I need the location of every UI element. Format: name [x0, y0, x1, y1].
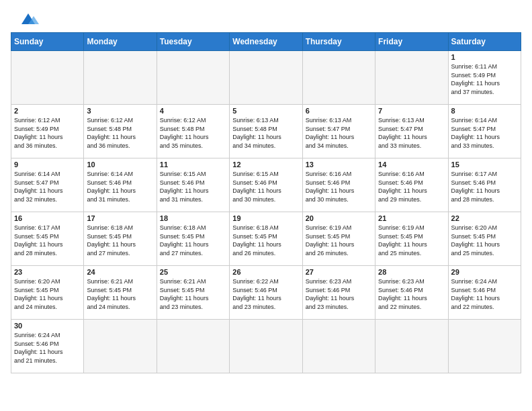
calendar-cell: 27Sunrise: 6:23 AM Sunset: 5:46 PM Dayli…: [302, 266, 375, 320]
calendar-cell: [302, 51, 375, 105]
calendar-cell: 2Sunrise: 6:12 AM Sunset: 5:49 PM Daylig…: [11, 105, 84, 158]
calendar-cell: 19Sunrise: 6:18 AM Sunset: 5:45 PM Dayli…: [230, 212, 302, 266]
day-info: Sunrise: 6:23 AM Sunset: 5:46 PM Dayligh…: [306, 277, 372, 311]
day-info: Sunrise: 6:17 AM Sunset: 5:46 PM Dayligh…: [451, 170, 518, 203]
calendar-cell: [157, 51, 229, 105]
calendar-cell: 4Sunrise: 6:12 AM Sunset: 5:48 PM Daylig…: [157, 105, 229, 158]
week-row-5: 23Sunrise: 6:20 AM Sunset: 5:45 PM Dayli…: [11, 266, 521, 320]
weekday-header-sunday: Sunday: [11, 33, 84, 51]
day-info: Sunrise: 6:24 AM Sunset: 5:46 PM Dayligh…: [14, 331, 81, 365]
calendar-cell: [302, 320, 375, 373]
calendar-cell: 10Sunrise: 6:14 AM Sunset: 5:46 PM Dayli…: [84, 158, 157, 212]
week-row-6: 30Sunrise: 6:24 AM Sunset: 5:46 PM Dayli…: [11, 320, 521, 373]
calendar-cell: [230, 51, 302, 105]
calendar-cell: 5Sunrise: 6:13 AM Sunset: 5:48 PM Daylig…: [230, 105, 302, 158]
day-number: 8: [451, 107, 518, 115]
weekday-header-tuesday: Tuesday: [157, 33, 229, 51]
day-info: Sunrise: 6:24 AM Sunset: 5:46 PM Dayligh…: [451, 277, 518, 311]
calendar-cell: 8Sunrise: 6:14 AM Sunset: 5:47 PM Daylig…: [448, 105, 521, 158]
calendar-cell: 18Sunrise: 6:18 AM Sunset: 5:45 PM Dayli…: [157, 212, 229, 266]
day-info: Sunrise: 6:13 AM Sunset: 5:47 PM Dayligh…: [306, 116, 372, 150]
weekday-header-monday: Monday: [84, 33, 157, 51]
calendar-cell: 3Sunrise: 6:12 AM Sunset: 5:48 PM Daylig…: [84, 105, 157, 158]
calendar-cell: [84, 51, 157, 105]
day-number: 30: [14, 322, 81, 330]
calendar-cell: 23Sunrise: 6:20 AM Sunset: 5:45 PM Dayli…: [11, 266, 84, 320]
day-number: 12: [232, 161, 299, 169]
day-number: 18: [160, 214, 226, 222]
day-number: 23: [14, 268, 81, 276]
calendar-cell: 20Sunrise: 6:19 AM Sunset: 5:45 PM Dayli…: [302, 212, 375, 266]
day-info: Sunrise: 6:16 AM Sunset: 5:46 PM Dayligh…: [378, 170, 445, 203]
logo: [11, 11, 40, 27]
day-info: Sunrise: 6:22 AM Sunset: 5:46 PM Dayligh…: [232, 277, 299, 311]
day-info: Sunrise: 6:11 AM Sunset: 5:49 PM Dayligh…: [451, 62, 518, 96]
week-row-3: 9Sunrise: 6:14 AM Sunset: 5:47 PM Daylig…: [11, 158, 521, 212]
calendar-cell: 15Sunrise: 6:17 AM Sunset: 5:46 PM Dayli…: [448, 158, 521, 212]
week-row-1: 1Sunrise: 6:11 AM Sunset: 5:49 PM Daylig…: [11, 51, 521, 105]
day-number: 3: [87, 107, 153, 115]
day-info: Sunrise: 6:19 AM Sunset: 5:45 PM Dayligh…: [378, 224, 445, 257]
day-number: 9: [14, 161, 81, 169]
day-info: Sunrise: 6:14 AM Sunset: 5:47 PM Dayligh…: [14, 170, 81, 203]
calendar-cell: 11Sunrise: 6:15 AM Sunset: 5:46 PM Dayli…: [157, 158, 229, 212]
day-info: Sunrise: 6:15 AM Sunset: 5:46 PM Dayligh…: [160, 170, 226, 203]
day-number: 13: [306, 161, 372, 169]
day-number: 21: [378, 214, 445, 222]
day-info: Sunrise: 6:17 AM Sunset: 5:45 PM Dayligh…: [14, 224, 81, 257]
calendar-cell: [375, 51, 448, 105]
calendar-cell: 13Sunrise: 6:16 AM Sunset: 5:46 PM Dayli…: [302, 158, 375, 212]
day-number: 24: [87, 268, 153, 276]
calendar-cell: [11, 51, 84, 105]
calendar-cell: 6Sunrise: 6:13 AM Sunset: 5:47 PM Daylig…: [302, 105, 375, 158]
day-info: Sunrise: 6:13 AM Sunset: 5:48 PM Dayligh…: [232, 116, 299, 150]
day-info: Sunrise: 6:23 AM Sunset: 5:46 PM Dayligh…: [378, 277, 445, 311]
day-number: 10: [87, 161, 153, 169]
calendar-cell: [84, 320, 157, 373]
weekday-header-saturday: Saturday: [448, 33, 521, 51]
day-number: 26: [232, 268, 299, 276]
day-info: Sunrise: 6:20 AM Sunset: 5:45 PM Dayligh…: [14, 277, 81, 311]
day-info: Sunrise: 6:19 AM Sunset: 5:45 PM Dayligh…: [306, 224, 372, 257]
day-info: Sunrise: 6:14 AM Sunset: 5:46 PM Dayligh…: [87, 170, 153, 203]
calendar-cell: 17Sunrise: 6:18 AM Sunset: 5:45 PM Dayli…: [84, 212, 157, 266]
calendar-cell: 7Sunrise: 6:13 AM Sunset: 5:47 PM Daylig…: [375, 105, 448, 158]
day-number: 4: [160, 107, 226, 115]
day-info: Sunrise: 6:20 AM Sunset: 5:45 PM Dayligh…: [451, 224, 518, 257]
calendar-cell: 25Sunrise: 6:21 AM Sunset: 5:45 PM Dayli…: [157, 266, 229, 320]
calendar-cell: [375, 320, 448, 373]
day-number: 5: [232, 107, 299, 115]
day-info: Sunrise: 6:16 AM Sunset: 5:46 PM Dayligh…: [306, 170, 372, 203]
weekday-header-wednesday: Wednesday: [230, 33, 302, 51]
day-number: 6: [306, 107, 372, 115]
day-number: 27: [306, 268, 372, 276]
day-info: Sunrise: 6:21 AM Sunset: 5:45 PM Dayligh…: [87, 277, 153, 311]
weekday-header-row: SundayMondayTuesdayWednesdayThursdayFrid…: [11, 33, 521, 51]
day-info: Sunrise: 6:21 AM Sunset: 5:45 PM Dayligh…: [160, 277, 226, 311]
day-info: Sunrise: 6:15 AM Sunset: 5:46 PM Dayligh…: [232, 170, 299, 203]
day-number: 1: [451, 53, 518, 61]
calendar-cell: 30Sunrise: 6:24 AM Sunset: 5:46 PM Dayli…: [11, 320, 84, 373]
day-info: Sunrise: 6:12 AM Sunset: 5:48 PM Dayligh…: [160, 116, 226, 150]
calendar-cell: [157, 320, 229, 373]
day-info: Sunrise: 6:18 AM Sunset: 5:45 PM Dayligh…: [232, 224, 299, 257]
day-info: Sunrise: 6:13 AM Sunset: 5:47 PM Dayligh…: [378, 116, 445, 150]
calendar-cell: [230, 320, 302, 373]
day-info: Sunrise: 6:12 AM Sunset: 5:48 PM Dayligh…: [87, 116, 153, 150]
calendar-cell: 9Sunrise: 6:14 AM Sunset: 5:47 PM Daylig…: [11, 158, 84, 212]
calendar-cell: 1Sunrise: 6:11 AM Sunset: 5:49 PM Daylig…: [448, 51, 521, 105]
calendar-cell: [448, 320, 521, 373]
day-number: 20: [306, 214, 372, 222]
day-info: Sunrise: 6:18 AM Sunset: 5:45 PM Dayligh…: [160, 224, 226, 257]
calendar-cell: 22Sunrise: 6:20 AM Sunset: 5:45 PM Dayli…: [448, 212, 521, 266]
day-info: Sunrise: 6:18 AM Sunset: 5:45 PM Dayligh…: [87, 224, 153, 257]
day-number: 29: [451, 268, 518, 276]
calendar-cell: 26Sunrise: 6:22 AM Sunset: 5:46 PM Dayli…: [230, 266, 302, 320]
day-number: 7: [378, 107, 445, 115]
calendar-cell: 21Sunrise: 6:19 AM Sunset: 5:45 PM Dayli…: [375, 212, 448, 266]
calendar-table: SundayMondayTuesdayWednesdayThursdayFrid…: [11, 32, 521, 373]
logo-icon: [16, 11, 40, 27]
calendar-cell: 12Sunrise: 6:15 AM Sunset: 5:46 PM Dayli…: [230, 158, 302, 212]
calendar-cell: 28Sunrise: 6:23 AM Sunset: 5:46 PM Dayli…: [375, 266, 448, 320]
day-number: 14: [378, 161, 445, 169]
